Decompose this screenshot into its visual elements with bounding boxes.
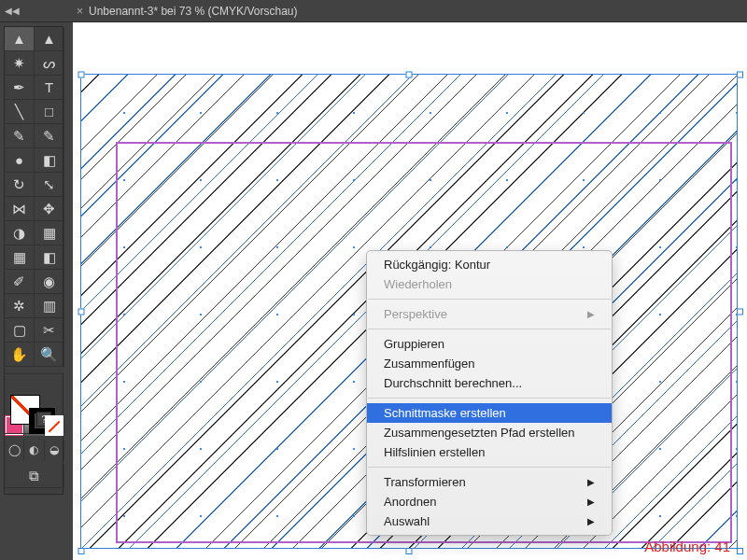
menu-item-label: Transformieren [384, 475, 466, 489]
menu-item[interactable]: Hilfslinien erstellen [367, 442, 612, 462]
gradient-tool[interactable]: ◧ [35, 245, 64, 270]
menu-item[interactable]: Zusammenfügen [367, 354, 612, 373]
screen-mode-button[interactable]: ⧉ [5, 464, 64, 488]
menu-item[interactable]: Schnittmaske erstellen [367, 403, 612, 423]
close-tab-icon[interactable]: × [77, 5, 83, 18]
hand-tool[interactable]: ✋ [5, 343, 35, 367]
menu-item: Perspektive▶ [367, 304, 612, 324]
paintbrush-tool[interactable]: ✎ [5, 124, 35, 148]
pen-tool[interactable]: ✒ [5, 76, 35, 100]
type-tool[interactable]: T [35, 76, 64, 100]
menu-item-label: Schnittmaske erstellen [384, 406, 506, 420]
mesh-tool[interactable]: ▦ [5, 245, 35, 270]
menu-item-label: Hilfslinien erstellen [384, 445, 485, 459]
blob-brush-tool[interactable]: ● [5, 148, 35, 173]
document-tabbar: ◀◀ × Unbenannt-3* bei 73 % (CMYK/Vorscha… [0, 0, 747, 22]
menu-item[interactable]: Transformieren▶ [367, 472, 612, 492]
direct-selection-tool[interactable]: ▲ [35, 27, 64, 51]
symbol-sprayer-tool[interactable]: ✲ [5, 294, 35, 318]
menu-item[interactable]: Gruppieren [367, 334, 612, 354]
document-tab-title: Unbenannt-3* bei 73 % (CMYK/Vorschau) [89, 5, 297, 18]
resize-handle[interactable] [406, 72, 413, 78]
menu-item-label: Zusammenfügen [384, 357, 475, 371]
column-graph-tool[interactable]: ▥ [35, 294, 64, 318]
tool-separator [5, 367, 64, 374]
rectangle-tool[interactable]: □ [35, 100, 64, 124]
draw-normal[interactable]: ◯ [5, 440, 24, 460]
draw-behind[interactable]: ◐ [24, 440, 44, 460]
width-tool[interactable]: ⋈ [5, 197, 35, 221]
menu-item[interactable]: Auswahl▶ [367, 511, 612, 531]
perspective-grid-tool[interactable]: ▦ [35, 221, 64, 245]
eraser-tool[interactable]: ◧ [35, 148, 64, 173]
menu-item[interactable]: Durchschnitt berechnen... [367, 373, 612, 393]
menu-item[interactable]: Zusammengesetzten Pfad erstellen [367, 423, 612, 442]
figure-caption: Abbildung: 41 [644, 539, 730, 554]
resize-handle[interactable] [406, 548, 413, 554]
menu-item-label: Auswahl [384, 514, 430, 528]
draw-inside[interactable]: ◒ [45, 440, 64, 460]
menu-item-label: Durchschnitt berechnen... [384, 376, 522, 390]
document-tab[interactable]: × Unbenannt-3* bei 73 % (CMYK/Vorschau) [77, 5, 297, 18]
canvas[interactable]: Abbildung: 41 Rückgängig: KonturWiederho… [73, 22, 747, 560]
line-tool[interactable]: ╲ [5, 100, 35, 124]
menu-item-label: Rückgängig: Kontur [384, 258, 490, 272]
menu-separator [368, 299, 611, 300]
menu-item-label: Wiederholen [384, 277, 452, 291]
color-mode-none[interactable] [45, 415, 64, 436]
submenu-arrow-icon: ▶ [587, 516, 595, 526]
context-menu: Rückgängig: KonturWiederholenPerspektive… [366, 250, 613, 536]
zoom-tool[interactable]: 🔍 [35, 343, 64, 367]
submenu-arrow-icon: ▶ [587, 309, 595, 319]
resize-handle[interactable] [737, 72, 743, 78]
menu-separator [368, 467, 611, 468]
blend-tool[interactable]: ◉ [35, 270, 64, 294]
menu-separator [368, 398, 611, 399]
free-transform-tool[interactable]: ✥ [35, 197, 64, 221]
resize-handle[interactable] [78, 548, 85, 554]
menu-item: Wiederholen [367, 274, 612, 294]
submenu-arrow-icon: ▶ [587, 477, 595, 487]
menu-item-label: Perspektive [384, 307, 447, 321]
shape-builder-tool[interactable]: ◑ [5, 221, 35, 245]
resize-handle[interactable] [737, 308, 743, 315]
artboard-tool[interactable]: ▢ [5, 318, 35, 343]
menu-item[interactable]: Anordnen▶ [367, 492, 612, 511]
lasso-tool[interactable]: ᔕ [35, 51, 64, 76]
tool-panel: ▲▲✷ᔕ✒T╲□✎✎●◧↻⤡⋈✥◑▦▦◧✐◉✲▥▢✂✋🔍◯◐◒⧉ [4, 26, 63, 495]
slice-tool[interactable]: ✂ [35, 318, 64, 343]
menu-item-label: Gruppieren [384, 337, 444, 351]
menu-item-label: Anordnen [384, 495, 436, 509]
resize-handle[interactable] [78, 308, 85, 315]
rotate-tool[interactable]: ↻ [5, 173, 35, 197]
menu-item[interactable]: Rückgängig: Kontur [367, 255, 612, 274]
magic-wand-tool[interactable]: ✷ [5, 51, 35, 76]
resize-handle[interactable] [737, 548, 743, 554]
submenu-arrow-icon: ▶ [587, 497, 595, 507]
collapse-panels-icon[interactable]: ◀◀ [4, 3, 21, 20]
resize-handle[interactable] [78, 72, 85, 78]
selection-tool[interactable]: ▲ [5, 27, 35, 51]
pencil-tool[interactable]: ✎ [35, 124, 64, 148]
menu-item-label: Zusammengesetzten Pfad erstellen [384, 426, 575, 440]
scale-tool[interactable]: ⤡ [35, 173, 64, 197]
draw-mode-row: ◯◐◒ [5, 440, 64, 460]
eyedropper-tool[interactable]: ✐ [5, 270, 35, 294]
menu-separator [368, 329, 611, 329]
